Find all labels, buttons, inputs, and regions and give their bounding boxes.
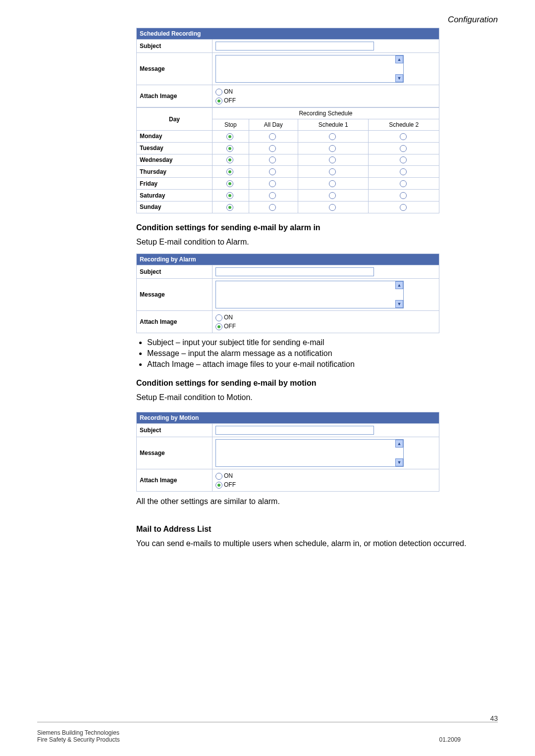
schedule-cell: [298, 154, 369, 166]
schedule-cell: [249, 201, 298, 213]
motion-heading: Condition settings for sending e-mail by…: [136, 379, 498, 388]
motion-attach-on-radio[interactable]: [215, 473, 222, 480]
alarm-subject-input[interactable]: [215, 267, 374, 276]
schedule-radio[interactable]: [329, 145, 336, 152]
mail-list-text: You can send e-mails to multiple users w…: [136, 538, 498, 549]
schedule-radio[interactable]: [226, 192, 233, 199]
schedule-radio[interactable]: [329, 192, 336, 199]
list-item: Message – input the alarm message as a n…: [147, 349, 498, 358]
motion-message-textarea[interactable]: ▲ ▼: [215, 439, 404, 467]
table-row: Sunday: [137, 201, 439, 213]
day-cell: Wednesday: [137, 154, 213, 166]
schedule-cell: [298, 178, 369, 190]
alarm-attach-label: Attach Image: [137, 310, 213, 333]
schedule-radio[interactable]: [269, 145, 276, 152]
footer-date: 01.2009: [439, 736, 461, 743]
schedule-cell: [249, 131, 298, 143]
schedule-cell: [369, 201, 439, 213]
schedule-radio[interactable]: [329, 168, 336, 175]
schedule-cell: [369, 154, 439, 166]
alarm-attach-on-radio[interactable]: [215, 314, 222, 321]
schedule-radio[interactable]: [400, 133, 407, 140]
schedule-radio[interactable]: [269, 192, 276, 199]
day-cell: Monday: [137, 131, 213, 143]
day-cell: Saturday: [137, 190, 213, 202]
schedule-cell: [298, 166, 369, 178]
schedule-cell: [213, 131, 249, 143]
scroll-up-icon[interactable]: ▲: [395, 281, 403, 289]
motion-subject-input[interactable]: [215, 426, 374, 435]
schedule-radio[interactable]: [269, 156, 276, 163]
schedule-radio[interactable]: [226, 168, 233, 175]
scheduled-attach-on-radio[interactable]: [215, 89, 222, 96]
schedule-cell: [298, 190, 369, 202]
scroll-up-icon[interactable]: ▲: [395, 440, 403, 448]
recording-schedule-table: Day Recording Schedule Stop All Day Sche…: [136, 107, 439, 213]
page-number: 43: [37, 714, 498, 722]
schedule-radio[interactable]: [269, 204, 276, 211]
schedule-radio[interactable]: [226, 204, 233, 211]
scroll-down-icon[interactable]: ▼: [395, 458, 403, 466]
scroll-down-icon[interactable]: ▼: [395, 300, 403, 308]
schedule-cell: [369, 166, 439, 178]
alarm-subhead: Setup E-mail condition to Alarm.: [136, 236, 498, 248]
page-footer: 43 Siemens Building Technologies Fire Sa…: [37, 722, 498, 743]
schedule-cell: [249, 154, 298, 166]
schedule-cell: [298, 201, 369, 213]
motion-attach-off-radio[interactable]: [215, 482, 222, 489]
scheduled-attach-off-radio[interactable]: [215, 98, 222, 104]
table-row: Thursday: [137, 166, 439, 178]
schedule-radio[interactable]: [329, 204, 336, 211]
motion-message-label: Message: [137, 437, 213, 469]
schedule-radio[interactable]: [400, 204, 407, 211]
scroll-down-icon[interactable]: ▼: [395, 74, 403, 82]
motion-subhead: Setup E-mail condition to Motion.: [136, 392, 498, 403]
scheduled-message-textarea[interactable]: ▲ ▼: [215, 55, 404, 83]
schedule-radio[interactable]: [226, 156, 233, 163]
alarm-attach-off-radio[interactable]: [215, 323, 222, 330]
schedule-radio[interactable]: [329, 180, 336, 187]
col-stop: Stop: [213, 119, 249, 131]
scheduled-subject-input[interactable]: [215, 42, 374, 50]
table-row: Monday: [137, 131, 439, 143]
schedule-radio[interactable]: [329, 133, 336, 140]
schedule-radio[interactable]: [269, 168, 276, 175]
schedule-cell: [249, 166, 298, 178]
recording-by-alarm-panel: Recording by Alarm Subject Message ▲ ▼ A…: [136, 253, 439, 333]
schedule-radio[interactable]: [226, 145, 233, 152]
day-cell: Sunday: [137, 201, 213, 213]
schedule-radio[interactable]: [226, 133, 233, 140]
schedule-cell: [249, 142, 298, 154]
footer-line1: Siemens Building Technologies: [37, 729, 461, 736]
schedule-cell: [213, 178, 249, 190]
schedule-cell: [369, 190, 439, 202]
mail-list-heading: Mail to Address List: [136, 525, 498, 534]
recording-by-motion-panel: Recording by Motion Subject Message ▲ ▼ …: [136, 412, 439, 492]
schedule-cell: [298, 142, 369, 154]
schedule-cell: [213, 201, 249, 213]
schedule-radio[interactable]: [269, 133, 276, 140]
schedule-radio[interactable]: [400, 192, 407, 199]
attach-on-label: ON: [224, 314, 233, 321]
col-schedule2: Schedule 2: [369, 119, 439, 131]
alarm-heading: Condition settings for sending e-mail by…: [136, 223, 498, 232]
schedule-cell: [249, 190, 298, 202]
alarm-bullets: Subject – input your subject title for s…: [136, 338, 498, 369]
schedule-radio[interactable]: [269, 180, 276, 187]
day-cell: Tuesday: [137, 142, 213, 154]
attach-on-label: ON: [224, 472, 233, 479]
alarm-message-textarea[interactable]: ▲ ▼: [215, 281, 404, 308]
schedule-radio[interactable]: [400, 180, 407, 187]
scroll-up-icon[interactable]: ▲: [395, 55, 403, 63]
scheduled-panel-title: Scheduled Recording: [137, 28, 439, 40]
schedule-cell: [213, 154, 249, 166]
schedule-cell: [369, 131, 439, 143]
schedule-radio[interactable]: [329, 156, 336, 163]
day-cell: Thursday: [137, 166, 213, 178]
motion-subject-label: Subject: [137, 424, 213, 437]
schedule-radio[interactable]: [400, 145, 407, 152]
schedule-radio[interactable]: [400, 168, 407, 175]
schedule-radio[interactable]: [226, 180, 233, 187]
schedule-radio[interactable]: [400, 156, 407, 163]
col-allday: All Day: [249, 119, 298, 131]
